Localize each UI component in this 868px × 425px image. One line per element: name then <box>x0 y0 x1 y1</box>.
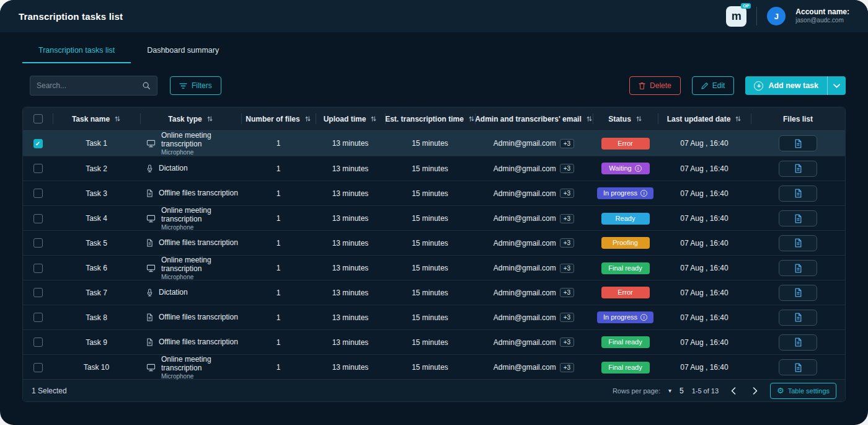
table-row[interactable]: Task 8 Offline files transcription 1 13 … <box>23 305 845 329</box>
row-select-cell <box>23 206 53 231</box>
task-type-label: Offline files transcription <box>159 238 238 247</box>
upload-time: 13 minutes <box>316 330 385 354</box>
tab-bar: Transcription tasks list Dashboard summa… <box>0 38 868 63</box>
column-header-status[interactable]: Status <box>593 107 658 130</box>
next-page-button[interactable] <box>748 384 762 398</box>
files-list-button[interactable] <box>779 135 817 151</box>
files-list-button[interactable] <box>779 210 817 226</box>
files-list-button[interactable] <box>779 285 817 301</box>
filters-button[interactable]: Filters <box>170 76 221 95</box>
table-row[interactable]: Task 3 Offline files transcription 1 13 … <box>23 181 845 205</box>
table-header-row: Task name Task type Number of files Uplo… <box>23 107 845 131</box>
sort-icon <box>304 115 311 122</box>
email-more-chip[interactable]: +3 <box>560 139 574 148</box>
row-checkbox[interactable] <box>33 313 43 322</box>
file-icon <box>794 313 802 322</box>
files-list-button[interactable] <box>779 235 817 251</box>
row-checkbox[interactable] <box>33 338 43 347</box>
search-box[interactable] <box>30 76 157 96</box>
email-cell: Admin@gmail.com +3 <box>475 231 593 255</box>
previous-page-button[interactable] <box>727 384 740 398</box>
files-list-button[interactable] <box>779 359 817 375</box>
logo-letter: m <box>732 11 742 22</box>
top-bar: Transcription tasks list m OP J Account … <box>0 0 868 32</box>
info-icon[interactable]: i <box>640 190 647 197</box>
edit-button[interactable]: Edit <box>692 76 735 95</box>
table-row[interactable]: Task 9 Offline files transcription 1 13 … <box>23 329 845 354</box>
row-checkbox[interactable] <box>33 139 43 148</box>
admin-email: Admin@gmail.com <box>494 338 556 347</box>
files-list-button[interactable] <box>779 161 817 177</box>
email-more-chip[interactable]: +3 <box>560 313 574 322</box>
row-checkbox[interactable] <box>33 288 43 297</box>
table-footer: 1 Selected Rows per page: ▾ 5 1-5 of 13 … <box>23 379 845 401</box>
task-type-cell: Online meeting transcription Microphone <box>140 256 241 281</box>
files-list-cell <box>751 355 845 380</box>
chevron-right-icon <box>753 387 758 395</box>
est-transcription-time: 15 minutes <box>385 330 475 354</box>
select-all-checkbox[interactable] <box>33 114 43 123</box>
row-checkbox[interactable] <box>33 164 43 173</box>
row-checkbox[interactable] <box>33 238 43 248</box>
column-header-upload-time[interactable]: Upload time <box>316 107 385 130</box>
email-more-chip[interactable]: +3 <box>560 238 574 248</box>
last-updated-date: 07 Aug , 16:40 <box>658 156 751 181</box>
upload-time: 13 minutes <box>316 206 385 231</box>
column-header-last-updated-date[interactable]: Last updated date <box>658 107 751 130</box>
files-list-button[interactable] <box>779 186 817 202</box>
meeting-icon <box>146 264 156 272</box>
files-list-button[interactable] <box>779 334 817 351</box>
email-more-chip[interactable]: +3 <box>560 264 574 273</box>
email-more-chip[interactable]: +3 <box>560 363 574 372</box>
column-label: Files list <box>783 115 813 123</box>
column-header-task-type[interactable]: Task type <box>140 107 241 130</box>
task-name: Task 10 <box>53 355 140 380</box>
tab-dashboard-summary[interactable]: Dashboard summary <box>131 38 235 63</box>
row-checkbox[interactable] <box>33 264 43 273</box>
email-more-chip[interactable]: +3 <box>560 288 574 297</box>
column-header-admin-email[interactable]: Admin and transcribers' email <box>475 107 593 130</box>
column-label: Number of files <box>246 115 299 123</box>
info-icon[interactable]: i <box>640 314 647 321</box>
avatar[interactable]: J <box>767 7 786 25</box>
column-header-task-name[interactable]: Task name <box>53 107 140 130</box>
table-row[interactable]: Task 7 Dictation 1 13 minutes 15 minutes… <box>23 280 845 305</box>
email-more-chip[interactable]: +3 <box>560 214 574 223</box>
add-task-dropdown-toggle[interactable] <box>827 76 846 95</box>
files-list-button[interactable] <box>779 310 817 326</box>
row-checkbox[interactable] <box>33 363 43 372</box>
table-row[interactable]: Task 2 Dictation 1 13 minutes 15 minutes… <box>23 156 845 181</box>
email-more-chip[interactable]: +3 <box>560 338 574 347</box>
add-new-task-button[interactable]: + Add new task <box>745 76 846 95</box>
table-row[interactable]: Task 1 Online meeting transcription Micr… <box>23 131 845 156</box>
table-row[interactable]: Task 10 Online meeting transcription Mic… <box>23 354 845 379</box>
column-header-files-list: Files list <box>751 107 845 130</box>
column-header-number-of-files[interactable]: Number of files <box>241 107 316 130</box>
table-settings-button[interactable]: ⚙ Table settings <box>770 383 836 399</box>
search-input[interactable] <box>37 81 142 90</box>
files-count: 1 <box>241 131 316 156</box>
email-cell: Admin@gmail.com +3 <box>475 206 593 231</box>
admin-email: Admin@gmail.com <box>494 313 556 322</box>
microphone-icon <box>146 289 153 297</box>
tab-transcription-tasks-list[interactable]: Transcription tasks list <box>22 38 131 63</box>
files-list-cell <box>751 231 845 255</box>
table-row[interactable]: Task 4 Online meeting transcription Micr… <box>23 205 845 230</box>
est-transcription-time: 15 minutes <box>385 156 475 181</box>
files-list-cell <box>751 206 845 231</box>
sort-icon <box>468 115 475 122</box>
rows-per-page-dropdown[interactable]: ▾ <box>668 387 671 394</box>
email-more-chip[interactable]: +3 <box>560 189 574 198</box>
status-badge: Final ready i <box>601 362 650 374</box>
column-header-est-transcription-time[interactable]: Est. transcription time <box>385 107 475 130</box>
email-more-chip[interactable]: +3 <box>560 164 574 173</box>
files-list-button[interactable] <box>779 260 817 276</box>
delete-button[interactable]: Delete <box>629 76 681 95</box>
info-icon[interactable]: i <box>635 165 642 172</box>
table-row[interactable]: Task 5 Offline files transcription 1 13 … <box>23 230 845 255</box>
row-checkbox[interactable] <box>33 214 43 223</box>
table-row[interactable]: Task 6 Online meeting transcription Micr… <box>23 255 845 280</box>
row-select-cell <box>23 280 53 305</box>
status-label: Error <box>618 289 632 296</box>
row-checkbox[interactable] <box>33 189 43 198</box>
